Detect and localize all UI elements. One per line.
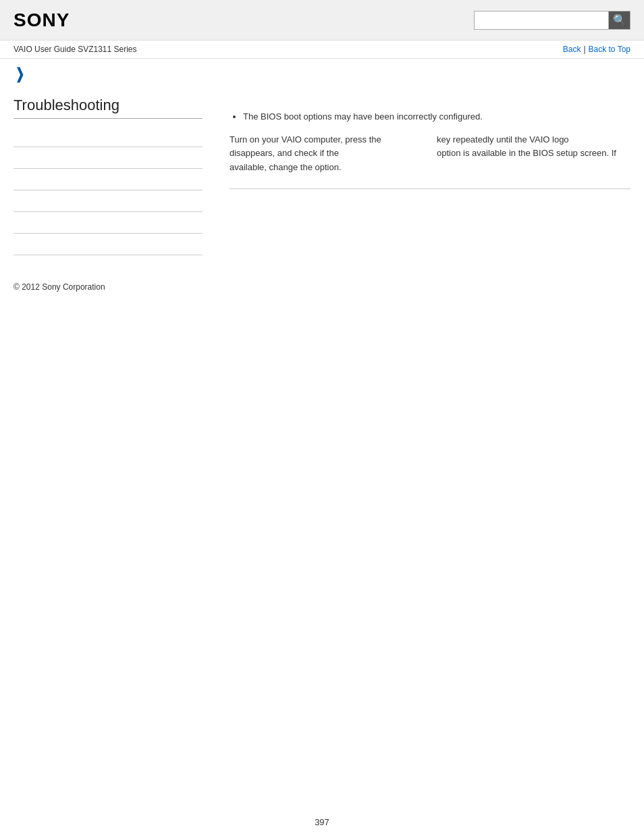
breadcrumb: VAIO User Guide SVZ1311 Series (14, 45, 137, 54)
back-to-top-link[interactable]: Back to Top (589, 45, 630, 54)
content-body-left: Turn on your VAIO computer, press the di… (230, 133, 423, 175)
content-area: The BIOS boot options may have been inco… (216, 97, 630, 255)
sony-logo: SONY (14, 9, 70, 31)
back-link[interactable]: Back (563, 45, 581, 54)
content-divider (230, 188, 630, 189)
list-item[interactable] (14, 126, 203, 147)
search-button[interactable]: 🔍 (609, 11, 630, 30)
list-item[interactable] (14, 169, 203, 190)
chevron-section: ❯ (0, 59, 644, 83)
search-input[interactable] (474, 11, 609, 30)
list-item[interactable] (14, 234, 203, 255)
nav-links: Back | Back to Top (563, 45, 630, 54)
sidebar-title: Troubleshooting (14, 97, 203, 119)
chevron-right-icon: ❯ (16, 66, 24, 83)
bullet-item: The BIOS boot options may have been inco… (243, 110, 630, 124)
content-col-left: Turn on your VAIO computer, press the di… (230, 130, 423, 175)
content-section: The BIOS boot options may have been inco… (230, 97, 630, 189)
content-body-right: key repeatedly until the VAIO logo optio… (437, 133, 630, 161)
nav-bar: VAIO User Guide SVZ1311 Series Back | Ba… (0, 41, 644, 59)
sidebar-nav (14, 126, 203, 255)
sidebar: Troubleshooting (14, 97, 216, 255)
main-content: Troubleshooting The BIOS boot options ma… (0, 83, 644, 269)
search-icon: 🔍 (613, 14, 626, 26)
footer: © 2012 Sony Corporation (0, 269, 644, 298)
page-number: 397 (0, 804, 644, 834)
copyright-text: © 2012 Sony Corporation (14, 282, 105, 292)
content-list: The BIOS boot options may have been inco… (230, 110, 630, 124)
content-col-right: key repeatedly until the VAIO logo optio… (437, 130, 630, 175)
nav-separator: | (583, 45, 585, 54)
header: SONY 🔍 (0, 0, 644, 41)
list-item[interactable] (14, 190, 203, 212)
list-item[interactable] (14, 147, 203, 169)
content-columns: Turn on your VAIO computer, press the di… (230, 130, 630, 175)
search-container: 🔍 (474, 11, 630, 30)
list-item[interactable] (14, 212, 203, 234)
